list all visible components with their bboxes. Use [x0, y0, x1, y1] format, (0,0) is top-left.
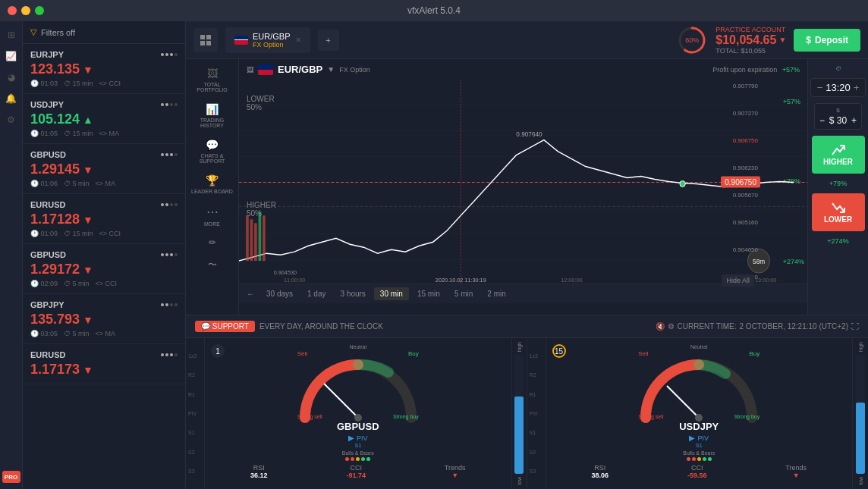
svg-point-17	[680, 181, 685, 187]
high-bar-2: high low	[853, 338, 868, 489]
volume-icon[interactable]: 🔇	[656, 322, 665, 331]
amount-minus[interactable]: −	[819, 115, 825, 126]
grid-button[interactable]	[193, 28, 218, 52]
indicator-usdjpy: 15 Neutral Sell Buy	[546, 338, 854, 489]
timer-plus[interactable]: +	[854, 82, 860, 93]
right-panel: ⏱ − 13:20 + $ − $ 30 +	[807, 59, 868, 315]
profit-info: Profit upon expiration +57%	[712, 66, 800, 74]
high-bar-1: high low	[512, 338, 527, 489]
portfolio-icon: 🖼	[207, 67, 218, 80]
nav-wave[interactable]: 〜	[190, 254, 235, 276]
timer-display: − 13:20 +	[810, 78, 866, 97]
timer-minus[interactable]: −	[817, 82, 823, 93]
sell-buy-gbp: Sell Buy	[297, 350, 419, 357]
sidebar-icon-pro[interactable]: PRO	[2, 471, 20, 483]
profit-pct: +57%	[782, 66, 800, 74]
nav-more[interactable]: ⋯ MORE	[190, 200, 235, 231]
asset-item-eurusd1[interactable]: EURUSD 1.17128 ▼ 🕐 01:09 ⏱ 15 min <> CCI	[23, 194, 185, 244]
leaderboard-icon: 🏆	[206, 174, 219, 187]
support-button[interactable]: 💬 SUPPORT	[195, 321, 255, 332]
nav-history-label: TRADING HISTORY	[191, 118, 234, 128]
sidebar-icon-chart[interactable]: 📈	[4, 49, 19, 64]
main-layout: ⊞ 📈 ◕ 🔔 ⚙ PRO ▽ Filters off EURJPY 123.1…	[0, 21, 868, 489]
svg-rect-29	[263, 215, 266, 261]
asset-item-gbpusd1[interactable]: GBPUSD 1.29145 ▼ 🕐 01:06 ⏱ 5 min <> MA	[23, 144, 185, 194]
high-label-2: high	[858, 342, 863, 352]
time-1day[interactable]: 1 day	[301, 287, 332, 300]
nav-leaderboard[interactable]: 🏆 LEADER BOARD	[190, 170, 235, 199]
settings-icon[interactable]: ⚙	[668, 322, 675, 331]
window-controls[interactable]	[8, 6, 44, 15]
add-tab-button[interactable]: +	[318, 30, 339, 51]
asset-list: ▽ Filters off EURJPY 123.135 ▼ 🕐 01:03 ⏱…	[23, 21, 186, 489]
asset-item-usdjpy[interactable]: USDJPY 105.124 ▲ 🕐 01:05 ⏱ 15 min <> MA	[23, 94, 185, 144]
chat-icon: 💬	[206, 139, 219, 151]
s1-label-gbp: S1	[354, 443, 361, 448]
nav-leaderboard-label: LEADER BOARD	[191, 189, 233, 194]
top-bar-right: 60% PRACTICE ACCOUNT $10,054.65 ▼ TOTAL:…	[676, 24, 860, 56]
fullscreen-icon[interactable]: ⛶	[851, 322, 859, 331]
asset-name-usdjpy: USDJPY	[30, 100, 64, 109]
hide-all-container: Hide All	[722, 275, 754, 284]
chart-main: 🖼 TOTAL PORTFOLIO 📊 TRADING HISTORY 💬 CH…	[186, 59, 868, 489]
sidebar-icon-pie[interactable]: ◕	[4, 70, 19, 85]
minimize-btn[interactable]	[21, 6, 30, 15]
svg-rect-26	[250, 219, 253, 261]
sidebar-icon-settings[interactable]: ⚙	[4, 112, 19, 127]
bottom-right: 🔇 ⚙ CURRENT TIME: 2 OCTOBER, 12:21:10 (U…	[656, 322, 859, 331]
practice-label: PRACTICE ACCOUNT	[715, 26, 786, 33]
svg-text:12:00:00: 12:00:00	[561, 277, 582, 284]
price-eurjpy: 123.135	[30, 61, 80, 77]
higher-button[interactable]: HIGHER	[812, 136, 865, 174]
account-info: PRACTICE ACCOUNT $10,054.65 ▼ TOTAL: $10…	[715, 26, 786, 55]
maximize-btn[interactable]	[35, 6, 44, 15]
arrow-usdjpy: ▲	[83, 114, 93, 126]
time-3hours[interactable]: 3 hours	[335, 287, 372, 300]
nav-history[interactable]: 📊 TRADING HISTORY	[190, 99, 235, 133]
gauge-gbpusd: Neutral Sell Buy	[211, 344, 505, 448]
svg-text:0.904530: 0.904530	[274, 269, 297, 276]
asset-item-eurusd2[interactable]: EURUSD 1.17173 ▼	[23, 344, 185, 384]
time-2min[interactable]: 2 min	[481, 287, 511, 300]
time-30min[interactable]: 30 min	[374, 287, 409, 300]
tab-eurgbp[interactable]: EUR/GBP FX Option ✕	[225, 27, 310, 53]
svg-rect-25	[246, 215, 249, 261]
sidebar-icon-grid[interactable]: ⊞	[4, 27, 19, 42]
amount-plus[interactable]: +	[851, 115, 857, 126]
deposit-button[interactable]: $ Deposit	[794, 29, 860, 52]
lower-button[interactable]: LOWER	[812, 193, 865, 231]
current-time-value: 2 OCTOBER, 12:21:10 (UTC+2)	[740, 322, 848, 331]
asset-item-gbpusd2[interactable]: GBPUSD 1.29172 ▼ 🕐 02:09 ⏱ 5 min <> CCI	[23, 244, 185, 294]
tab-close[interactable]: ✕	[295, 36, 301, 44]
piv-arrow-usd: ▶ PIV	[689, 434, 709, 442]
hide-all-button[interactable]: Hide All	[722, 274, 754, 287]
chart-area: EUR/GBP FX Option ✕ + 60% PRACTICE ACCOU…	[186, 21, 868, 489]
nav-portfolio-label: TOTAL PORTFOLIO	[191, 82, 234, 92]
time-30days[interactable]: 30 days	[260, 287, 299, 300]
nav-draw[interactable]: ✏	[190, 233, 235, 252]
strong-labels-usd: Strong sell Strong buy	[638, 414, 760, 419]
time-5min[interactable]: 5 min	[448, 287, 479, 300]
nav-chat[interactable]: 💬 CHATS & SUPPORT	[190, 134, 235, 168]
svg-text:11:00:00: 11:00:00	[284, 277, 305, 284]
sidebar-icon-bell[interactable]: 🔔	[4, 91, 19, 106]
chart-dropdown[interactable]: ▼	[327, 65, 335, 74]
nav-portfolio[interactable]: 🖼 TOTAL PORTFOLIO	[190, 63, 235, 97]
svg-rect-28	[259, 212, 262, 261]
time-controls: ← 30 days 1 day 3 hours 30 min 15 min 5 …	[239, 284, 807, 303]
price-gbpusd1: 1.29145	[30, 161, 80, 177]
svg-rect-3	[206, 41, 211, 45]
app-title: vfxAlert 5.0.4	[407, 5, 461, 16]
metrics-gbp: RSI 36.12 CCI -91.74 Trends ▼	[211, 464, 505, 479]
close-btn[interactable]	[8, 6, 17, 15]
amount-display: $ − $ 30 +	[814, 103, 862, 130]
current-time-label: CURRENT TIME:	[678, 322, 737, 331]
tab-pair-label: EUR/GBP	[253, 32, 291, 41]
metrics-usd: RSI 38.06 CCI -59.56 Trends ▼	[552, 464, 847, 479]
left-sidebar: ⊞ 📈 ◕ 🔔 ⚙ PRO	[0, 21, 23, 489]
more-icon: ⋯	[206, 205, 219, 219]
time-15min[interactable]: 15 min	[411, 287, 446, 300]
bulls-bears-gbp: Bulls & Bears	[211, 450, 505, 456]
asset-item-eurjpy[interactable]: EURJPY 123.135 ▼ 🕐 01:03 ⏱ 15 min <> CCI	[23, 44, 185, 94]
asset-item-gbpjpy[interactable]: GBPJPY 135.793 ▼ 🕐 03:05 ⏱ 5 min <> MA	[23, 294, 185, 344]
